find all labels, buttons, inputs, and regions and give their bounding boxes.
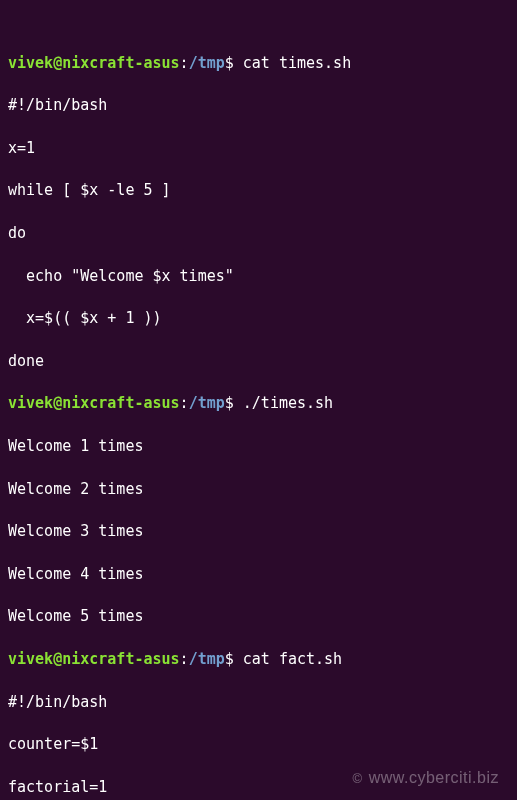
prompt-sep: : [180, 394, 189, 412]
path: /tmp [189, 54, 225, 72]
watermark: ©www.cyberciti.biz [353, 767, 499, 790]
output-line: Welcome 4 times [8, 564, 509, 585]
prompt-sep: : [180, 54, 189, 72]
output-line: Welcome 3 times [8, 521, 509, 542]
prompt-symbol: $ [225, 394, 234, 412]
prompt-symbol: $ [225, 54, 234, 72]
output-line: Welcome 2 times [8, 479, 509, 500]
prompt-sep: : [180, 650, 189, 668]
command: cat fact.sh [243, 650, 342, 668]
prompt-line: vivek@nixcraft-asus:/tmp$ ./times.sh [8, 393, 509, 414]
output-line: do [8, 223, 509, 244]
user-host: vivek@nixcraft-asus [8, 54, 180, 72]
watermark-text: www.cyberciti.biz [369, 769, 499, 786]
prompt-symbol: $ [225, 650, 234, 668]
output-line: x=$(( $x + 1 )) [8, 308, 509, 329]
output-line: while [ $x -le 5 ] [8, 180, 509, 201]
output-line: done [8, 351, 509, 372]
output-line: #!/bin/bash [8, 95, 509, 116]
path: /tmp [189, 650, 225, 668]
command: ./times.sh [243, 394, 333, 412]
output-line: counter=$1 [8, 734, 509, 755]
command: cat times.sh [243, 54, 351, 72]
output-line: echo "Welcome $x times" [8, 266, 509, 287]
output-line: x=1 [8, 138, 509, 159]
output-line: #!/bin/bash [8, 692, 509, 713]
user-host: vivek@nixcraft-asus [8, 394, 180, 412]
user-host: vivek@nixcraft-asus [8, 650, 180, 668]
prompt-line: vivek@nixcraft-asus:/tmp$ cat times.sh [8, 53, 509, 74]
prompt-line: vivek@nixcraft-asus:/tmp$ cat fact.sh [8, 649, 509, 670]
copyright-icon: © [353, 771, 363, 786]
output-line: Welcome 5 times [8, 606, 509, 627]
path: /tmp [189, 394, 225, 412]
terminal-window[interactable]: vivek@nixcraft-asus:/tmp$ cat times.sh #… [8, 10, 509, 800]
output-line: Welcome 1 times [8, 436, 509, 457]
